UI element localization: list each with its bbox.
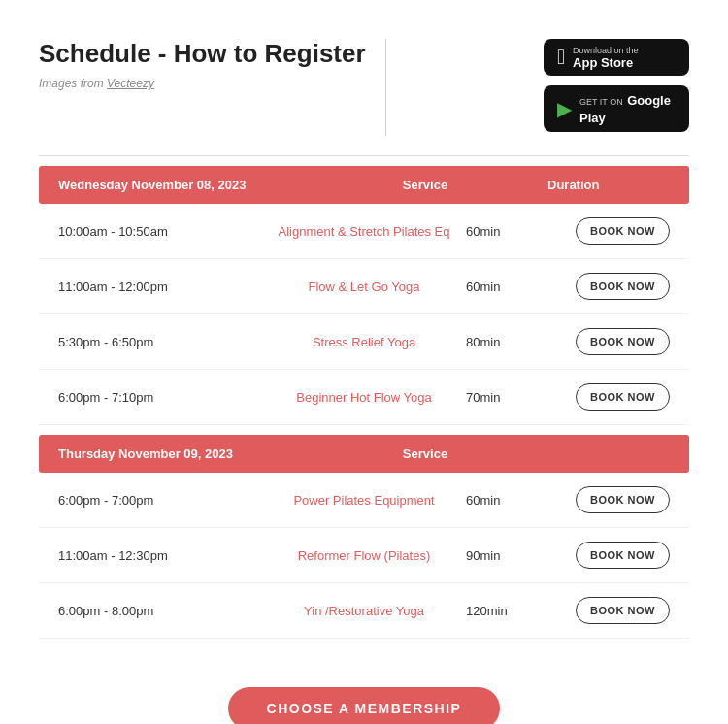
class-service: Beginner Hot Flow Yoga [262, 390, 466, 405]
book-col: BOOK NOW [568, 328, 670, 355]
table-row: 11:00am - 12:30pm Reformer Flow (Pilates… [39, 528, 689, 583]
book-col: BOOK NOW [568, 273, 670, 300]
class-service: Yin /Restorative Yoga [262, 604, 466, 618]
book-col: BOOK NOW [568, 542, 670, 569]
class-time: 6:00pm - 8:00pm [58, 604, 262, 618]
class-duration: 120min [466, 604, 568, 618]
day-header-0: Wednesday November 08, 2023 Service Dura… [39, 166, 689, 204]
book-now-button[interactable]: BOOK NOW [576, 328, 670, 355]
table-row: 6:00pm - 8:00pm Yin /Restorative Yoga 12… [39, 583, 689, 639]
class-service: Stress Relief Yoga [262, 335, 466, 349]
header-divider [385, 39, 386, 136]
day-service-label-0: Service [303, 178, 547, 192]
google-play-icon: ▶ [557, 97, 572, 120]
book-now-button[interactable]: BOOK NOW [576, 486, 670, 513]
schedule-section: Wednesday November 08, 2023 Service Dura… [0, 156, 728, 668]
day-header-1: Thursday November 09, 2023 Service [39, 435, 689, 473]
day-date-1: Thursday November 09, 2023 [58, 446, 303, 461]
book-now-button[interactable]: BOOK NOW [576, 597, 670, 624]
app-store-badge[interactable]:  Download on the App Store [544, 39, 689, 76]
google-play-top: GET IT ON [579, 97, 623, 107]
attribution-link[interactable]: Vecteezy [107, 77, 154, 90]
book-now-button[interactable]: BOOK NOW [576, 217, 670, 245]
book-col: BOOK NOW [568, 597, 670, 624]
membership-section: CHOOSE A MEMBERSHIP [0, 668, 728, 724]
book-col: BOOK NOW [568, 217, 670, 245]
class-time: 11:00am - 12:30pm [58, 548, 262, 563]
class-time: 10:00am - 10:50am [58, 224, 262, 239]
class-duration: 90min [466, 548, 568, 563]
class-time: 11:00am - 12:00pm [58, 280, 262, 294]
table-row: 6:00pm - 7:00pm Power Pilates Equipment … [39, 473, 689, 528]
app-store-top: Download on the [573, 46, 639, 55]
class-time: 6:00pm - 7:10pm [58, 390, 262, 405]
google-play-text: GET IT ON Google Play [579, 91, 676, 126]
header-inner: Schedule - How to Register Images from V… [39, 39, 386, 136]
class-duration: 80min [466, 335, 568, 349]
table-row: 6:00pm - 7:10pm Beginner Hot Flow Yoga 7… [39, 370, 689, 425]
choose-membership-button[interactable]: CHOOSE A MEMBERSHIP [228, 687, 501, 724]
google-play-badge[interactable]: ▶ GET IT ON Google Play [544, 85, 689, 132]
class-duration: 60min [466, 493, 568, 508]
day-service-label-1: Service [303, 446, 547, 461]
day-date-0: Wednesday November 08, 2023 [58, 178, 303, 192]
table-row: 11:00am - 12:00pm Flow & Let Go Yoga 60m… [39, 259, 689, 314]
page-title: Schedule - How to Register [39, 39, 366, 69]
apple-icon:  [557, 45, 565, 70]
attribution: Images from Vecteezy [39, 77, 366, 90]
class-duration: 60min [466, 224, 568, 239]
book-now-button[interactable]: BOOK NOW [576, 273, 670, 300]
class-service: Power Pilates Equipment [262, 493, 466, 508]
class-service: Reformer Flow (Pilates) [262, 548, 466, 563]
class-service: Alignment & Stretch Pilates Eq [262, 224, 466, 239]
book-now-button[interactable]: BOOK NOW [576, 542, 670, 569]
day-block-1: Thursday November 09, 2023 Service 6:00p… [39, 435, 689, 639]
page-header: Schedule - How to Register Images from V… [0, 0, 728, 155]
day-block-0: Wednesday November 08, 2023 Service Dura… [39, 166, 689, 425]
book-col: BOOK NOW [568, 383, 670, 411]
class-duration: 70min [466, 390, 568, 405]
book-col: BOOK NOW [568, 486, 670, 513]
table-row: 5:30pm - 6:50pm Stress Relief Yoga 80min… [39, 314, 689, 370]
app-store-bottom: App Store [573, 55, 639, 70]
attribution-text: Images from [39, 77, 104, 90]
class-time: 5:30pm - 6:50pm [58, 335, 262, 349]
class-service: Flow & Let Go Yoga [262, 280, 466, 294]
header-right:  Download on the App Store ▶ GET IT ON … [544, 39, 689, 132]
app-store-text: Download on the App Store [573, 46, 639, 70]
class-duration: 60min [466, 280, 568, 294]
header-left: Schedule - How to Register Images from V… [39, 39, 366, 90]
table-row: 10:00am - 10:50am Alignment & Stretch Pi… [39, 204, 689, 259]
class-time: 6:00pm - 7:00pm [58, 493, 262, 508]
book-now-button[interactable]: BOOK NOW [576, 383, 670, 411]
day-duration-label-0: Duration [547, 178, 670, 192]
